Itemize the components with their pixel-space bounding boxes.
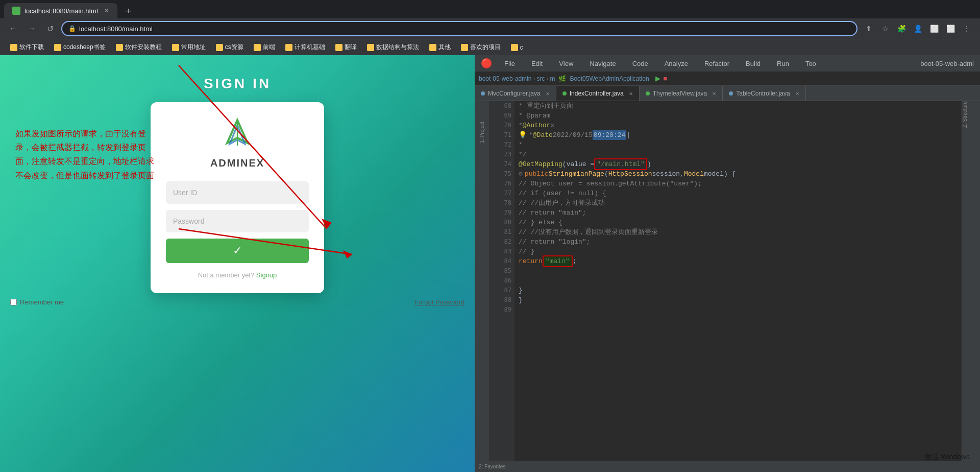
forward-button[interactable]: → [24,21,39,36]
folder-icon [367,44,374,51]
bookmarks-bar: 软件下载 codesheep书签 软件安装教程 常用地址 cs资源 前端 计算机… [0,39,980,55]
new-tab-icon: + [126,6,132,17]
tab-bar: localhost:8080/main.html ✕ + [0,0,980,18]
bookmark-item-9[interactable]: 其他 [425,42,455,53]
code-line-77: // if (user != null) { [519,188,958,198]
address-box[interactable]: 🔒 localhost:8080/main.html [61,21,857,36]
ide-tab-bar: MvcConfigurer.java ✕ IndexController.jav… [475,86,980,101]
reload-button[interactable]: ↺ [43,21,57,36]
ide-scrollbar[interactable] [976,101,980,461]
password-input[interactable] [166,210,309,232]
remember-me-group: Remember me [10,298,64,306]
tab-close-icon[interactable]: ✕ [104,7,109,14]
ide-menu-edit[interactable]: Edit [527,59,547,68]
code-line-73: */ [519,150,958,159]
bookmark-item-2[interactable]: 软件安装教程 [112,42,166,53]
ide-menu-analyze[interactable]: Analyze [660,59,692,68]
menu-button[interactable]: ⋮ [960,21,974,36]
ide-menu-tools[interactable]: Too [801,59,820,68]
code-line-86 [519,276,958,286]
extensions-button[interactable]: 🧩 [894,21,909,36]
tab-close-icon[interactable]: ✕ [795,91,799,97]
remember-me-checkbox[interactable] [10,299,17,305]
profile-button[interactable]: 👤 [911,21,925,36]
tab-close-icon[interactable]: ✕ [629,91,633,97]
stop-app-button[interactable]: ■ [664,75,668,82]
tab-close-icon[interactable]: ✕ [712,91,716,97]
ide-menu-view[interactable]: View [555,59,577,68]
bookmark-item-3[interactable]: 常用地址 [168,42,210,53]
bookmark-item-10[interactable]: 喜欢的项目 [457,42,505,53]
ide-tab-mvcconfigurer[interactable]: MvcConfigurer.java ✕ [475,86,556,101]
lock-icon: 🔒 [68,25,76,32]
adminex-logo [219,117,255,153]
ide-menu-run[interactable]: Run [773,59,793,68]
bookmark-item-5[interactable]: 前端 [250,42,279,53]
user-id-input[interactable] [166,181,309,204]
run-app-button[interactable]: ▶ [655,75,660,82]
code-line-84: return "main"; [519,256,958,266]
bookmark-item-4[interactable]: cs资源 [212,42,248,53]
ide-main: 1: Project 68 69 70 71 72 73 74 75 76 77… [475,101,980,461]
code-line-78: // //由用户，方可登录成功 [519,198,958,208]
code-line-81: // //没有用户数据，退回到登录页面重新登录 [519,227,958,237]
tab-close-icon[interactable]: ✕ [546,91,550,97]
new-tab-button[interactable]: + [121,4,136,18]
bookmark-star-button[interactable]: ☆ [878,21,892,36]
code-line-76: // Object user = session.getAttribute("u… [519,179,958,188]
tab-dot-active [562,91,567,96]
tab-favicon [12,7,20,15]
code-line-87: } [519,286,958,295]
logo-area: ADMINEX [166,117,309,169]
project-panel-label: 1: Project [479,122,485,143]
browser-chrome: localhost:8080/main.html ✕ + ← → ↺ 🔒 loc… [0,0,980,55]
bookmark-item-8[interactable]: 数据结构与算法 [363,42,423,53]
reload-icon: ↺ [47,24,54,34]
ide-menu-refactor[interactable]: Refactor [700,59,733,68]
minimize-button[interactable]: ⬜ [927,21,941,36]
remember-me-label: Remember me [20,298,64,306]
bookmark-item-7[interactable]: 翻译 [331,42,361,53]
code-line-80: // } else { [519,218,958,227]
logo-text: ADMINEX [210,157,264,169]
structure-label: Z: Structure [962,101,971,132]
url-text: localhost:8080/main.html [79,25,153,33]
forgot-password-link[interactable]: Forgot Password [414,298,464,306]
ide-structure-sidebar: Z: Structure [962,101,976,461]
ide-project-sidebar: 1: Project [475,101,489,461]
folder-icon [10,44,17,51]
share-button[interactable]: ⬆ [862,21,876,36]
bookmark-item-0[interactable]: 软件下载 [6,42,48,53]
ide-tab-thymeleafview[interactable]: ThymeleafView.java ✕ [640,86,723,101]
toolbar-icons: ⬆ ☆ 🧩 👤 ⬜ ⬜ ⋮ [862,21,974,36]
folder-icon [54,44,61,51]
ide-menu-code[interactable]: Code [628,59,652,68]
ide-menu-file[interactable]: File [500,59,519,68]
tab-title: localhost:8080/main.html [24,7,98,15]
active-tab[interactable]: localhost:8080/main.html ✕ [4,3,117,18]
signup-link[interactable]: Signup [256,271,277,279]
code-line-69: * @param [519,111,958,121]
bookmark-item-6[interactable]: 计算机基础 [281,42,329,53]
folder-icon [511,44,518,51]
login-card: ADMINEX ✓ Not a member yet? Signup [151,102,324,293]
back-button[interactable]: ← [6,21,20,36]
bookmark-item-11[interactable]: c [507,43,527,52]
ide-titlebar: 🔴 File Edit View Navigate Code Analyze R… [475,55,980,72]
code-line-85 [519,266,958,276]
submit-button[interactable]: ✓ [166,239,309,263]
bookmark-item-1[interactable]: codesheep书签 [50,42,110,53]
ide-tab-tablecontroller[interactable]: TableController.java ✕ [723,86,805,101]
forward-icon: → [28,24,36,33]
folder-icon [461,44,468,51]
ide-breadcrumb: boot-05-web-admin › src › m 🌿 Boot05WebA… [479,75,649,82]
maximize-button[interactable]: ⬜ [943,21,958,36]
ide-tab-indexcontroller[interactable]: IndexController.java ✕ [556,86,640,101]
ide-menu-build[interactable]: Build [742,59,765,68]
ide-menu-navigate[interactable]: Navigate [585,59,620,68]
ide-code-area: * 重定向到主页面 * @param * @Author x 💡 * @Date… [514,101,962,461]
annotation-text: 如果发如图所示的请求，由于没有登录，会被拦截器拦截，转发到登录页面，注意转发不是… [15,127,158,182]
checkmark-icon: ✓ [233,244,242,257]
address-bar-row: ← → ↺ 🔒 localhost:8080/main.html ⬆ ☆ 🧩 👤… [0,18,980,39]
folder-icon [335,44,342,51]
